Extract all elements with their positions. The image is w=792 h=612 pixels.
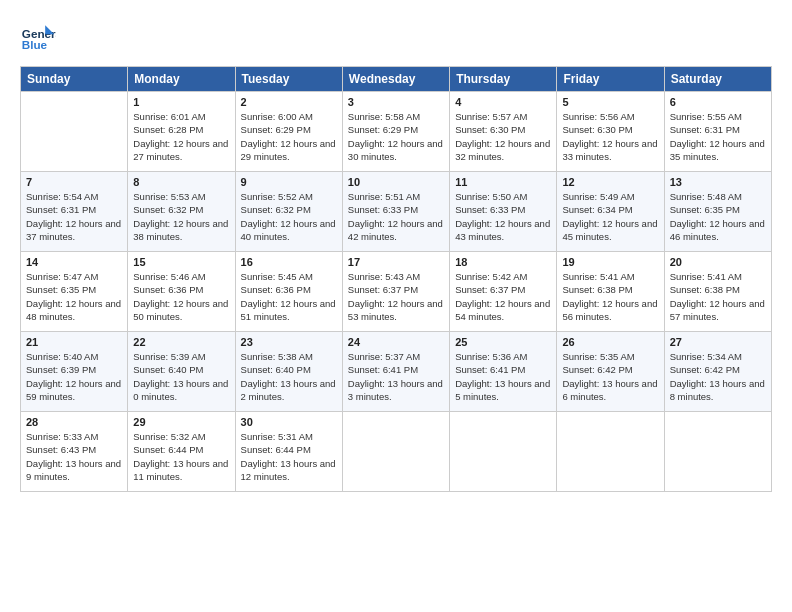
day-number: 4: [455, 96, 551, 108]
calendar-cell: 5Sunrise: 5:56 AMSunset: 6:30 PMDaylight…: [557, 92, 664, 172]
day-number: 16: [241, 256, 337, 268]
day-number: 26: [562, 336, 658, 348]
day-info: Sunrise: 5:32 AMSunset: 6:44 PMDaylight:…: [133, 430, 229, 483]
day-number: 25: [455, 336, 551, 348]
day-info: Sunrise: 5:56 AMSunset: 6:30 PMDaylight:…: [562, 110, 658, 163]
day-info: Sunrise: 5:41 AMSunset: 6:38 PMDaylight:…: [562, 270, 658, 323]
weekday-header: Friday: [557, 67, 664, 92]
calendar-cell: 25Sunrise: 5:36 AMSunset: 6:41 PMDayligh…: [450, 332, 557, 412]
logo: General Blue: [20, 18, 56, 54]
day-info: Sunrise: 5:37 AMSunset: 6:41 PMDaylight:…: [348, 350, 444, 403]
calendar-week-row: 7Sunrise: 5:54 AMSunset: 6:31 PMDaylight…: [21, 172, 772, 252]
day-info: Sunrise: 5:31 AMSunset: 6:44 PMDaylight:…: [241, 430, 337, 483]
day-number: 11: [455, 176, 551, 188]
calendar-cell: 20Sunrise: 5:41 AMSunset: 6:38 PMDayligh…: [664, 252, 771, 332]
calendar-cell: 17Sunrise: 5:43 AMSunset: 6:37 PMDayligh…: [342, 252, 449, 332]
day-number: 8: [133, 176, 229, 188]
day-info: Sunrise: 5:53 AMSunset: 6:32 PMDaylight:…: [133, 190, 229, 243]
calendar-cell: 19Sunrise: 5:41 AMSunset: 6:38 PMDayligh…: [557, 252, 664, 332]
calendar-cell: 22Sunrise: 5:39 AMSunset: 6:40 PMDayligh…: [128, 332, 235, 412]
day-info: Sunrise: 5:47 AMSunset: 6:35 PMDaylight:…: [26, 270, 122, 323]
day-number: 12: [562, 176, 658, 188]
day-number: 6: [670, 96, 766, 108]
day-number: 2: [241, 96, 337, 108]
day-number: 1: [133, 96, 229, 108]
day-number: 20: [670, 256, 766, 268]
day-number: 3: [348, 96, 444, 108]
day-info: Sunrise: 6:00 AMSunset: 6:29 PMDaylight:…: [241, 110, 337, 163]
day-info: Sunrise: 6:01 AMSunset: 6:28 PMDaylight:…: [133, 110, 229, 163]
day-number: 28: [26, 416, 122, 428]
calendar-cell: 23Sunrise: 5:38 AMSunset: 6:40 PMDayligh…: [235, 332, 342, 412]
day-info: Sunrise: 5:50 AMSunset: 6:33 PMDaylight:…: [455, 190, 551, 243]
day-number: 22: [133, 336, 229, 348]
calendar-week-row: 1Sunrise: 6:01 AMSunset: 6:28 PMDaylight…: [21, 92, 772, 172]
calendar-cell: 7Sunrise: 5:54 AMSunset: 6:31 PMDaylight…: [21, 172, 128, 252]
day-info: Sunrise: 5:52 AMSunset: 6:32 PMDaylight:…: [241, 190, 337, 243]
page: General Blue SundayMondayTuesdayWednesda…: [0, 0, 792, 502]
calendar-cell: 1Sunrise: 6:01 AMSunset: 6:28 PMDaylight…: [128, 92, 235, 172]
calendar-header-row: SundayMondayTuesdayWednesdayThursdayFrid…: [21, 67, 772, 92]
day-info: Sunrise: 5:41 AMSunset: 6:38 PMDaylight:…: [670, 270, 766, 323]
weekday-header: Thursday: [450, 67, 557, 92]
day-info: Sunrise: 5:35 AMSunset: 6:42 PMDaylight:…: [562, 350, 658, 403]
day-number: 27: [670, 336, 766, 348]
calendar-cell: [664, 412, 771, 492]
calendar-cell: 30Sunrise: 5:31 AMSunset: 6:44 PMDayligh…: [235, 412, 342, 492]
calendar-cell: 18Sunrise: 5:42 AMSunset: 6:37 PMDayligh…: [450, 252, 557, 332]
calendar-cell: 15Sunrise: 5:46 AMSunset: 6:36 PMDayligh…: [128, 252, 235, 332]
day-number: 24: [348, 336, 444, 348]
day-info: Sunrise: 5:38 AMSunset: 6:40 PMDaylight:…: [241, 350, 337, 403]
calendar-cell: 12Sunrise: 5:49 AMSunset: 6:34 PMDayligh…: [557, 172, 664, 252]
day-info: Sunrise: 5:33 AMSunset: 6:43 PMDaylight:…: [26, 430, 122, 483]
day-info: Sunrise: 5:48 AMSunset: 6:35 PMDaylight:…: [670, 190, 766, 243]
weekday-header: Saturday: [664, 67, 771, 92]
day-number: 13: [670, 176, 766, 188]
day-info: Sunrise: 5:57 AMSunset: 6:30 PMDaylight:…: [455, 110, 551, 163]
calendar-cell: 4Sunrise: 5:57 AMSunset: 6:30 PMDaylight…: [450, 92, 557, 172]
day-info: Sunrise: 5:49 AMSunset: 6:34 PMDaylight:…: [562, 190, 658, 243]
day-number: 21: [26, 336, 122, 348]
svg-text:Blue: Blue: [22, 38, 48, 51]
weekday-header: Wednesday: [342, 67, 449, 92]
day-info: Sunrise: 5:46 AMSunset: 6:36 PMDaylight:…: [133, 270, 229, 323]
calendar-cell: 28Sunrise: 5:33 AMSunset: 6:43 PMDayligh…: [21, 412, 128, 492]
day-info: Sunrise: 5:55 AMSunset: 6:31 PMDaylight:…: [670, 110, 766, 163]
calendar-cell: 16Sunrise: 5:45 AMSunset: 6:36 PMDayligh…: [235, 252, 342, 332]
calendar-body: 1Sunrise: 6:01 AMSunset: 6:28 PMDaylight…: [21, 92, 772, 492]
calendar-week-row: 14Sunrise: 5:47 AMSunset: 6:35 PMDayligh…: [21, 252, 772, 332]
calendar-cell: 26Sunrise: 5:35 AMSunset: 6:42 PMDayligh…: [557, 332, 664, 412]
calendar-week-row: 28Sunrise: 5:33 AMSunset: 6:43 PMDayligh…: [21, 412, 772, 492]
day-number: 5: [562, 96, 658, 108]
day-number: 14: [26, 256, 122, 268]
day-number: 10: [348, 176, 444, 188]
day-number: 19: [562, 256, 658, 268]
calendar-cell: 24Sunrise: 5:37 AMSunset: 6:41 PMDayligh…: [342, 332, 449, 412]
calendar-cell: 14Sunrise: 5:47 AMSunset: 6:35 PMDayligh…: [21, 252, 128, 332]
logo-icon: General Blue: [20, 18, 56, 54]
calendar-cell: 11Sunrise: 5:50 AMSunset: 6:33 PMDayligh…: [450, 172, 557, 252]
day-info: Sunrise: 5:42 AMSunset: 6:37 PMDaylight:…: [455, 270, 551, 323]
day-info: Sunrise: 5:43 AMSunset: 6:37 PMDaylight:…: [348, 270, 444, 323]
day-number: 15: [133, 256, 229, 268]
calendar-cell: 9Sunrise: 5:52 AMSunset: 6:32 PMDaylight…: [235, 172, 342, 252]
day-number: 29: [133, 416, 229, 428]
calendar-week-row: 21Sunrise: 5:40 AMSunset: 6:39 PMDayligh…: [21, 332, 772, 412]
calendar-cell: [342, 412, 449, 492]
calendar-cell: 10Sunrise: 5:51 AMSunset: 6:33 PMDayligh…: [342, 172, 449, 252]
day-info: Sunrise: 5:54 AMSunset: 6:31 PMDaylight:…: [26, 190, 122, 243]
calendar-cell: 3Sunrise: 5:58 AMSunset: 6:29 PMDaylight…: [342, 92, 449, 172]
calendar-cell: 27Sunrise: 5:34 AMSunset: 6:42 PMDayligh…: [664, 332, 771, 412]
calendar-cell: 2Sunrise: 6:00 AMSunset: 6:29 PMDaylight…: [235, 92, 342, 172]
calendar-cell: [21, 92, 128, 172]
day-info: Sunrise: 5:40 AMSunset: 6:39 PMDaylight:…: [26, 350, 122, 403]
calendar-cell: 13Sunrise: 5:48 AMSunset: 6:35 PMDayligh…: [664, 172, 771, 252]
day-number: 9: [241, 176, 337, 188]
day-number: 23: [241, 336, 337, 348]
calendar-cell: [450, 412, 557, 492]
calendar-cell: 21Sunrise: 5:40 AMSunset: 6:39 PMDayligh…: [21, 332, 128, 412]
day-info: Sunrise: 5:36 AMSunset: 6:41 PMDaylight:…: [455, 350, 551, 403]
header: General Blue: [20, 18, 772, 54]
day-info: Sunrise: 5:34 AMSunset: 6:42 PMDaylight:…: [670, 350, 766, 403]
day-info: Sunrise: 5:39 AMSunset: 6:40 PMDaylight:…: [133, 350, 229, 403]
